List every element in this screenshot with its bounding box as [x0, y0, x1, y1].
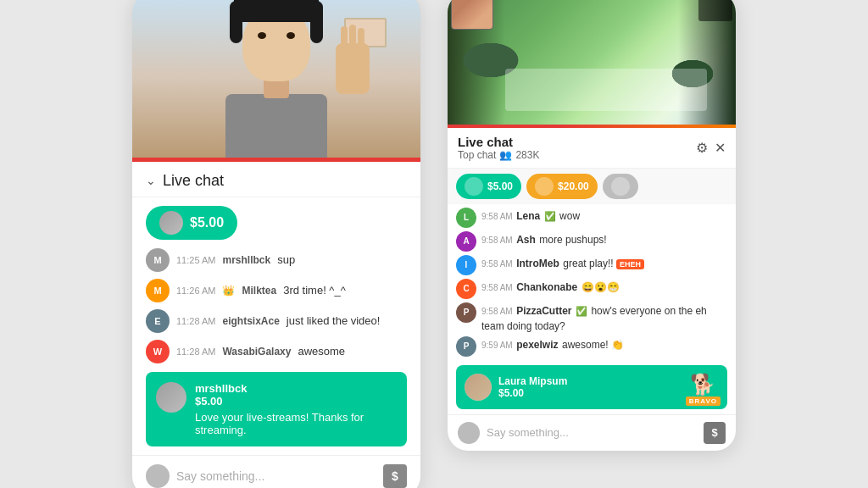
input-avatar — [458, 422, 480, 444]
chip-avatar — [535, 177, 554, 196]
bravo-sticker: 🐕 BRAVO — [686, 373, 721, 406]
message-avatar: M — [146, 248, 170, 272]
close-icon[interactable]: ✕ — [715, 140, 726, 156]
message-time: 9:58 AM — [481, 283, 513, 292]
super-chat-chip[interactable]: $20.00 — [526, 174, 598, 199]
message-text: great play!! — [563, 258, 616, 269]
sc-card-info: mrshllbck $5.00 Love your live-streams! … — [195, 382, 397, 436]
right-chat-message: A 9:58 AM Ash more pushups! — [456, 231, 727, 252]
message-time: 11:26 AM — [176, 286, 215, 296]
message-time: 11:25 AM — [176, 255, 215, 265]
message-content: 9:58 AM PizzaCutter ✅ how's everyone on … — [481, 302, 727, 333]
chip-amount: $20.00 — [558, 180, 589, 192]
message-time: 9:58 AM — [481, 236, 513, 245]
right-chat-message: L 9:58 AM Lena ✅ wow — [456, 208, 727, 228]
chat-messages-list: M 11:25 AM mrshllbck sup M 11:26 AM 👑 Mi… — [132, 248, 420, 363]
message-text: how's everyone on the eh team doing toda… — [481, 305, 707, 332]
input-avatar — [146, 464, 170, 488]
message-time: 11:28 AM — [176, 347, 215, 357]
right-chat-header: Live chat Top chat 👥 283K ⚙ ✕ — [448, 128, 736, 169]
sc-card-message: Love your live-streams! Thanks for strea… — [195, 411, 397, 436]
chat-message: W 11:28 AM WasabiGalaxy awesome — [146, 340, 407, 363]
filter-icon[interactable]: ⚙ — [696, 140, 708, 156]
message-avatar: P — [456, 336, 476, 357]
message-avatar: C — [456, 279, 476, 299]
message-content: 9:59 AM pexelwiz awesome! 👏 — [481, 336, 727, 352]
right-chat-message: P 9:58 AM PizzaCutter ✅ how's everyone o… — [456, 302, 727, 333]
message-avatar: W — [146, 340, 170, 363]
top-super-chat-chip[interactable]: $5.00 — [146, 206, 237, 240]
verified-badge: ✅ — [544, 211, 556, 221]
message-text: awesome — [298, 345, 345, 358]
message-username: Ash — [516, 234, 536, 246]
message-username: Lena — [516, 210, 540, 222]
app-container: ⌄ Live chat $5.00 M 11:25 AM mrshllbck s… — [115, 0, 753, 488]
viewer-count: 283K — [515, 149, 539, 161]
super-chat-amount: $5.00 — [190, 215, 224, 230]
message-username: WasabiGalaxy — [222, 346, 291, 358]
message-avatar: P — [456, 302, 476, 323]
chip-avatar — [611, 177, 630, 196]
message-content: 9:58 AM Lena ✅ wow — [481, 208, 727, 223]
chat-message: E 11:28 AM eightsixAce just liked the vi… — [146, 309, 407, 333]
message-text: more pushups! — [539, 234, 606, 246]
message-time: 11:28 AM — [176, 316, 215, 326]
say-something-placeholder[interactable]: Say something... — [176, 469, 376, 483]
message-username: Milktea — [242, 285, 276, 297]
message-text: awesome! 👏 — [562, 339, 624, 351]
message-username: eightsixAce — [222, 315, 279, 327]
super-chat-card: mrshllbck $5.00 Love your live-streams! … — [146, 372, 407, 446]
chevron-down-icon[interactable]: ⌄ — [146, 174, 156, 187]
chip-avatar — [465, 177, 483, 196]
right-chat-message: C 9:58 AM Chankonabe 😄😮😁 — [456, 279, 727, 299]
streamer-cam — [451, 0, 493, 30]
message-time: 9:58 AM — [481, 259, 513, 269]
left-phone-card: ⌄ Live chat $5.00 M 11:25 AM mrshllbck s… — [132, 0, 420, 488]
emoji-stickers: 😄😮😁 — [581, 281, 620, 293]
right-video-thumbnail — [448, 0, 736, 128]
right-chat-input-bar: Say something... $ — [448, 414, 736, 451]
chip-amount: $5.00 — [487, 180, 513, 192]
message-time: 9:58 AM — [481, 212, 513, 221]
verified-badge: ✅ — [576, 306, 587, 316]
message-time: 9:58 AM — [481, 307, 513, 316]
super-chat-button[interactable]: $ — [704, 422, 726, 444]
message-avatar: A — [456, 231, 476, 252]
chat-section: ⌄ Live chat $5.00 M 11:25 AM mrshllbck s… — [132, 162, 420, 489]
sc-avatar — [465, 374, 492, 401]
right-chat-message: I 9:58 AM IntroMeb great play!! EHEH — [456, 255, 727, 275]
say-something-placeholder[interactable]: Say something... — [487, 426, 697, 439]
message-username: pexelwiz — [516, 339, 558, 351]
message-text: sup — [277, 253, 295, 266]
crown-icon: 👑 — [222, 285, 235, 297]
message-text: 3rd time! ^_^ — [283, 284, 346, 297]
header-icons: ⚙ ✕ — [696, 140, 726, 156]
super-chat-chip[interactable]: $5.00 — [456, 174, 521, 199]
right-live-chat-title: Live chat — [458, 135, 689, 149]
super-chat-avatar — [159, 211, 183, 235]
chat-message: M 11:26 AM 👑 Milktea 3rd time! ^_^ — [146, 279, 407, 302]
message-content: 9:58 AM IntroMeb great play!! EHEH — [481, 255, 727, 270]
message-content: 9:58 AM Ash more pushups! — [481, 231, 727, 247]
chat-message: M 11:25 AM mrshllbck sup — [146, 248, 407, 272]
live-chat-header: ⌄ Live chat — [132, 162, 420, 197]
message-username: IntroMeb — [516, 258, 559, 269]
super-chat-chip[interactable] — [603, 174, 638, 199]
right-chat-message: P 9:59 AM pexelwiz awesome! 👏 — [456, 336, 727, 357]
chat-input-bar: Say something... $ — [132, 455, 420, 489]
sc-card-amount: $5.00 — [195, 395, 397, 408]
live-chat-title: Live chat — [163, 172, 224, 190]
super-chat-button[interactable]: $ — [383, 464, 407, 488]
message-avatar: I — [456, 255, 476, 275]
right-super-chat-card: Laura Mipsum $5.00 🐕 BRAVO — [456, 365, 727, 409]
video-progress-bar — [132, 158, 420, 162]
message-username: mrshllbck — [222, 254, 270, 266]
sc-card-username: mrshllbck — [195, 382, 397, 395]
sc-card-avatar — [156, 382, 186, 413]
video-progress-bar — [448, 125, 736, 128]
streamer-face — [132, 0, 420, 162]
viewers-icon: 👥 — [499, 149, 512, 161]
right-phone-card: Live chat Top chat 👥 283K ⚙ ✕ $5.00 — [448, 0, 736, 451]
message-username: Chankonabe — [516, 281, 577, 293]
message-time: 9:59 AM — [481, 341, 513, 350]
